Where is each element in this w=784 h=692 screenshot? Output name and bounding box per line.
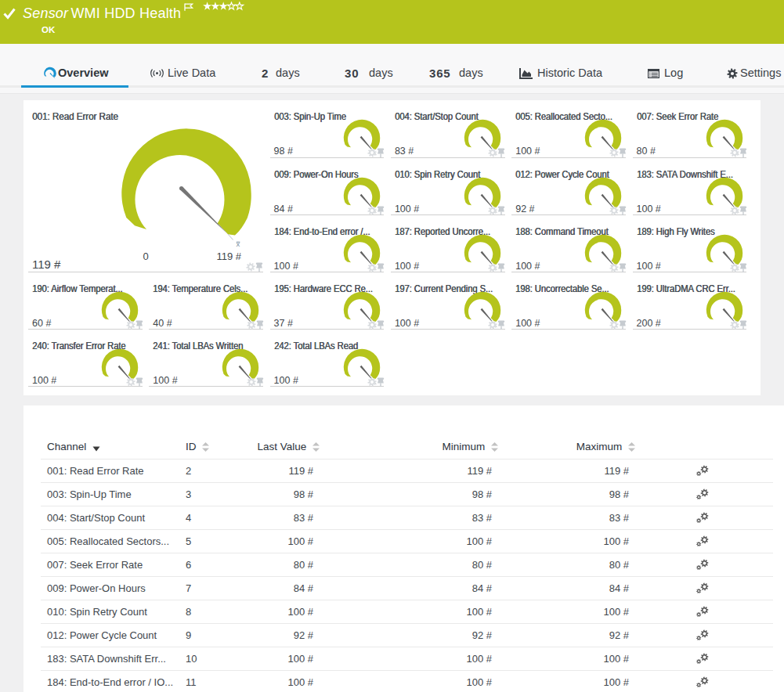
svg-text:x: x	[237, 240, 240, 248]
